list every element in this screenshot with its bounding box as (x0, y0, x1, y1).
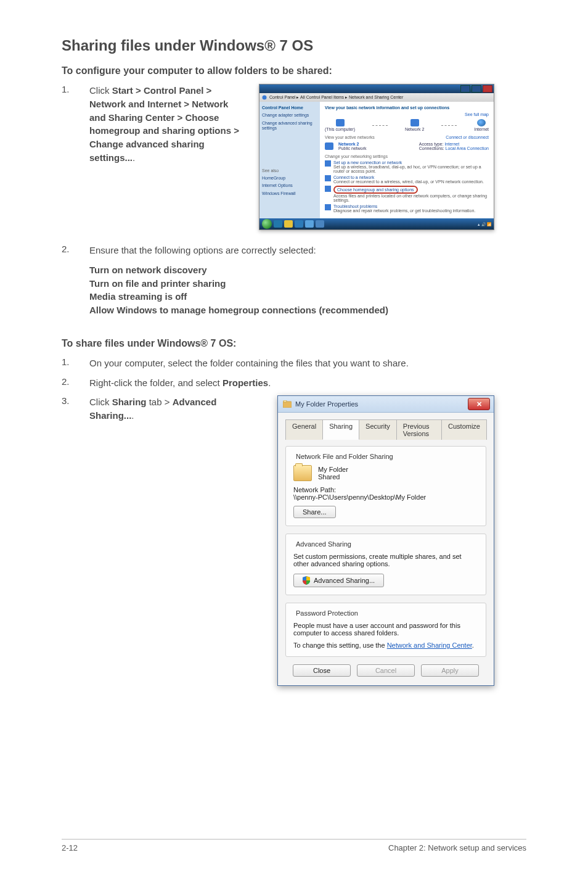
folder-icon (283, 400, 292, 408)
tab-customize[interactable]: Customize (441, 419, 487, 440)
active-network-row: Network 2 Public network Access type: In… (325, 142, 489, 151)
svg-rect-4 (325, 204, 331, 210)
network-path-label: Network Path: (293, 486, 478, 493)
dialog-button-row: Close Cancel Apply (285, 664, 486, 677)
group-password-protection: Password Protection People must have a u… (285, 603, 486, 657)
svg-rect-2 (325, 175, 331, 181)
folder-properties-dialog: My Folder Properties ✕ General Sharing S… (277, 395, 494, 686)
taskbar-app-icon[interactable] (316, 220, 324, 228)
tab-strip: General Sharing Security Previous Versio… (285, 419, 486, 440)
step-body: Click Sharing tab > Advanced Sharing.... (89, 395, 247, 423)
network-path-value: \\penny-PC\Users\penny\Desktop\My Folder (293, 493, 478, 501)
share-button[interactable]: Share... (293, 506, 336, 518)
sidebar-homegroup[interactable]: HomeGroup (262, 176, 317, 181)
back-icon[interactable] (262, 95, 267, 100)
network-icon (410, 119, 419, 126)
apply-button[interactable]: Apply (421, 664, 479, 677)
tab-general[interactable]: General (285, 419, 323, 440)
password-change-hint: To change this setting, use the Network … (293, 642, 478, 649)
taskbar-app-icon[interactable] (274, 220, 282, 228)
troubleshoot-icon (325, 204, 331, 210)
close-dialog-button[interactable]: Close (293, 664, 351, 677)
group-title: Network File and Folder Sharing (293, 453, 396, 460)
taskbar-app-icon[interactable] (295, 220, 303, 228)
step-number: 1. (62, 84, 83, 94)
svg-rect-6 (284, 400, 287, 402)
breadcrumb[interactable]: Control Panel ▸ All Control Panel Items … (259, 93, 494, 102)
group-title: Advanced Sharing (293, 540, 354, 548)
step2-options: Turn on network discovery Turn on file a… (89, 263, 526, 317)
sidebar-firewall[interactable]: Windows Firewall (262, 191, 317, 196)
connect-icon (325, 175, 331, 181)
see-full-map-link[interactable]: See full map (325, 112, 489, 117)
highlight-circle: Choose homegroup and sharing options (333, 186, 418, 194)
folder-name: My Folder (318, 466, 348, 473)
taskbar-app-icon[interactable] (284, 220, 293, 228)
active-networks-label: View your active networks (325, 135, 375, 139)
folder-state: Shared (318, 473, 348, 481)
internet-icon (477, 119, 486, 126)
change-settings-heading: Change your networking settings (325, 154, 489, 159)
svg-rect-1 (325, 160, 331, 167)
step-body: Ensure that the following options are co… (89, 244, 526, 257)
start-button[interactable] (262, 219, 272, 229)
sidebar-internet-options[interactable]: Internet Options (262, 183, 317, 188)
step-body: Click Start > Control Panel > Network an… (89, 84, 247, 165)
tab-security[interactable]: Security (359, 419, 397, 440)
link-homegroup-options[interactable]: Choose homegroup and sharing optionsAcce… (325, 186, 489, 202)
homegroup-icon (325, 186, 331, 192)
nsc-main: View your basic network information and … (320, 102, 494, 218)
chapter-label: Chapter 2: Network setup and services (388, 843, 526, 852)
page-number: 2-12 (62, 843, 78, 852)
close-icon: ✕ (476, 400, 482, 408)
sidebar-seealso: See also (262, 168, 317, 173)
step-number: 2. (62, 376, 83, 387)
advanced-sharing-button[interactable]: Advanced Sharing... (293, 574, 384, 587)
wizard-icon (325, 160, 331, 167)
nsc-heading: View your basic network information and … (325, 105, 489, 110)
connect-disconnect-link[interactable]: Connect or disconnect (446, 135, 489, 139)
page-title: Sharing files under Windows® 7 OS (62, 37, 526, 54)
network-sharing-center-link[interactable]: Network and Sharing Center (387, 642, 472, 649)
sidebar-home[interactable]: Control Panel Home (262, 105, 317, 110)
cancel-button[interactable]: Cancel (357, 664, 415, 677)
page-footer: 2-12 Chapter 2: Network setup and servic… (62, 839, 526, 852)
step-number: 3. (62, 395, 83, 406)
minimize-button[interactable] (460, 85, 470, 93)
close-button[interactable]: ✕ (468, 398, 490, 410)
tab-sharing[interactable]: Sharing (322, 419, 359, 440)
folder-icon (293, 465, 312, 481)
step-number: 1. (62, 357, 83, 367)
sidebar-adapter[interactable]: Change adapter settings (262, 113, 317, 118)
maximize-button[interactable] (472, 85, 481, 93)
step-number: 2. (62, 244, 83, 254)
pc-icon (336, 119, 345, 126)
configure-subheading: To configure your computer to allow fold… (62, 65, 526, 76)
taskbar[interactable]: ▲ 🔊 📶 (259, 218, 494, 229)
sidebar-advanced[interactable]: Change advanced sharing settings (262, 121, 317, 131)
group-advanced-sharing: Advanced Sharing Set custom permissions,… (285, 534, 486, 595)
window-titlebar (259, 85, 494, 93)
share-subheading: To share files under Windows® 7 OS: (62, 338, 526, 349)
step-body: Right-click the folder, and select Prope… (89, 376, 526, 390)
svg-rect-3 (325, 186, 331, 192)
link-connect-network[interactable]: Connect to a networkConnect or reconnect… (325, 175, 489, 184)
link-setup-connection[interactable]: Set up a new connection or networkSet up… (325, 160, 489, 173)
group-network-sharing: Network File and Folder Sharing My Folde… (285, 446, 486, 526)
tab-previous-versions[interactable]: Previous Versions (396, 419, 442, 440)
system-tray[interactable]: ▲ 🔊 📶 (477, 222, 491, 226)
dialog-titlebar: My Folder Properties ✕ (278, 396, 494, 413)
password-desc: People must have a user account and pass… (293, 622, 478, 637)
sidebar: Control Panel Home Change adapter settin… (259, 102, 320, 218)
taskbar-app-icon[interactable] (305, 220, 314, 228)
shield-icon (303, 576, 310, 585)
svg-point-0 (263, 96, 267, 100)
network-sharing-center-window: Control Panel ▸ All Control Panel Items … (259, 84, 494, 230)
step-body: On your computer, select the folder cont… (89, 357, 526, 370)
link-troubleshoot[interactable]: Troubleshoot problemsDiagnose and repair… (325, 204, 489, 213)
network-row-icon (325, 142, 333, 150)
advanced-sharing-desc: Set custom permissions, create multiple … (293, 553, 478, 567)
close-button[interactable] (483, 85, 492, 93)
network-map: (This computer) Network 2 Internet (325, 119, 489, 131)
dialog-title: My Folder Properties (295, 400, 358, 408)
